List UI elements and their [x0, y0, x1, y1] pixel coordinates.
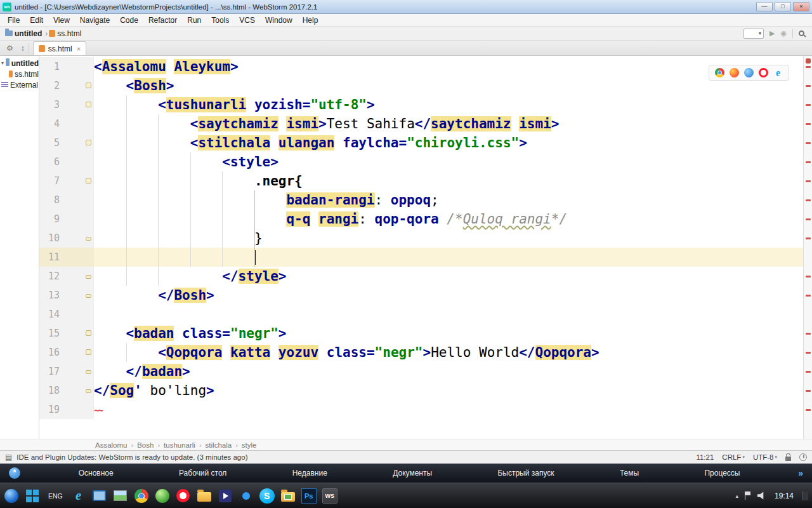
dock-expand-icon[interactable]: » — [798, 468, 803, 478]
dock-settings-icon[interactable]: * — [9, 467, 20, 479]
pictures-folder-icon[interactable] — [280, 486, 296, 505]
folder-icon[interactable] — [197, 486, 212, 505]
fold-marker-icon[interactable] — [86, 389, 91, 393]
code-line-14[interactable]: 14 — [39, 305, 803, 324]
stripe-mark[interactable] — [806, 295, 811, 297]
safari-icon[interactable] — [744, 68, 754, 77]
code-line-6[interactable]: 6 <style> — [39, 152, 803, 171]
stripe-mark[interactable] — [806, 66, 811, 68]
code-line-1[interactable]: 1<Assalomu Aleykum> — [39, 57, 803, 76]
fold-marker-icon[interactable] — [86, 370, 91, 374]
show-desktop-button[interactable] — [802, 491, 808, 500]
stripe-mark[interactable] — [806, 333, 811, 335]
code-line-9[interactable]: 9 q-q rangi: qop-qora /*Quloq rangi*/ — [39, 210, 803, 229]
code-line-15[interactable]: 15 <badan class="negr"> — [39, 324, 803, 343]
code-line-4[interactable]: 4 <saytchamiz ismi>Test Sahifa</saytcham… — [39, 114, 803, 133]
code-line-3[interactable]: 3 <tushunarli yozish="utf-8"> — [39, 95, 803, 114]
fold-marker-icon[interactable] — [86, 178, 91, 184]
window-app-icon[interactable] — [92, 486, 107, 505]
fold-column[interactable] — [60, 229, 94, 248]
stripe-mark[interactable] — [806, 104, 811, 106]
code-line-5[interactable]: 5 <stilchala ulangan faylcha="chiroyli.c… — [39, 133, 803, 152]
action-center-flag-icon[interactable] — [745, 491, 751, 500]
fold-marker-icon[interactable] — [86, 140, 91, 145]
dock-item-6[interactable]: Процессы — [704, 469, 740, 478]
fold-marker-icon[interactable] — [86, 294, 91, 298]
code-line-12[interactable]: 12 </style> — [39, 267, 803, 286]
media-player-icon[interactable] — [218, 486, 233, 505]
green-browser-icon[interactable] — [155, 486, 170, 505]
inspection-indicator[interactable] — [806, 58, 811, 64]
opera-icon[interactable] — [176, 486, 191, 505]
breadcrumb-stilchala[interactable]: stilchala — [206, 441, 232, 449]
minimize-button[interactable]: — — [756, 2, 773, 11]
stripe-mark[interactable] — [806, 142, 811, 144]
status-message[interactable]: IDE and Plugin Updates: WebStorm is read… — [16, 453, 247, 461]
caret-position[interactable]: 11:21 — [696, 453, 714, 461]
image-viewer-icon[interactable] — [113, 486, 128, 505]
menu-file[interactable]: File — [3, 14, 25, 27]
code-line-8[interactable]: 8 badan-rangi: oppoq; — [39, 190, 803, 210]
nav-crumb-file[interactable]: ss.html — [57, 29, 81, 38]
code-line-17[interactable]: 17 </badan> — [39, 362, 803, 381]
clock[interactable]: 19:14 — [775, 491, 794, 500]
stripe-mark[interactable] — [806, 371, 811, 373]
start-button[interactable] — [25, 486, 40, 505]
project-file-item[interactable]: ss.html — [0, 69, 39, 79]
fold-marker-icon[interactable] — [86, 275, 91, 279]
code-line-7[interactable]: 7 .negr{ — [39, 171, 803, 190]
dock-item-4[interactable]: Быстрый запуск — [497, 469, 554, 478]
stripe-mark[interactable] — [806, 180, 811, 182]
code-line-19[interactable]: 19~~ — [39, 400, 803, 419]
tab-ss-html[interactable]: ss.html × — [33, 41, 86, 55]
volume-icon[interactable] — [757, 492, 766, 500]
code-line-11[interactable]: 11 — [39, 248, 803, 267]
editor[interactable]: 1<Assalomu Aleykum>2 <Bosh>3 <tushunarli… — [39, 56, 803, 439]
stripe-mark[interactable] — [806, 276, 811, 277]
lock-icon[interactable] — [785, 457, 791, 461]
menu-window[interactable]: Window — [260, 14, 298, 27]
menu-run[interactable]: Run — [182, 14, 206, 27]
stripe-mark[interactable] — [806, 237, 811, 239]
fold-column[interactable] — [60, 76, 94, 95]
breadcrumb-bosh[interactable]: Bosh — [137, 441, 154, 449]
menu-edit[interactable]: Edit — [25, 14, 48, 27]
blue-dot-app-icon[interactable] — [239, 486, 254, 505]
title-bar[interactable]: WS untitled - [C:\Users\Webdizayner\Webs… — [0, 0, 812, 14]
line-separator-selector[interactable]: CRLF▾ — [722, 453, 745, 461]
code-line-16[interactable]: 16 <Qopqora katta yozuv class="negr">Hel… — [39, 343, 803, 362]
menu-help[interactable]: Help — [298, 14, 324, 27]
code-line-2[interactable]: 2 <Bosh> — [39, 76, 803, 95]
dock-item-2[interactable]: Недавние — [292, 469, 327, 478]
fold-column[interactable] — [60, 362, 94, 381]
fold-marker-icon[interactable] — [86, 83, 91, 88]
menu-navigate[interactable]: Navigate — [75, 14, 115, 27]
show-hidden-icons-icon[interactable]: ▴ — [735, 493, 738, 499]
webstorm-taskbar-icon[interactable]: WS — [322, 488, 337, 504]
nav-crumb-project[interactable]: untitled — [15, 29, 42, 38]
skype-icon[interactable]: S — [259, 488, 275, 504]
menu-tools[interactable]: Tools — [206, 14, 234, 27]
run-button[interactable]: ▶ — [769, 29, 775, 37]
project-external-libraries-item[interactable]: External Libraries — [0, 79, 39, 90]
breadcrumb-style[interactable]: style — [242, 441, 257, 449]
breadcrumb-assalomu[interactable]: Assalomu — [95, 441, 128, 449]
fold-column[interactable] — [60, 133, 94, 152]
run-config-dropdown[interactable]: ▾ — [743, 29, 764, 39]
search-icon[interactable] — [799, 30, 804, 36]
fold-column[interactable] — [60, 171, 94, 190]
fold-marker-icon[interactable] — [86, 330, 91, 336]
debug-button[interactable]: ◉ — [780, 29, 787, 37]
dock-item-5[interactable]: Темы — [620, 469, 639, 478]
dock-item-3[interactable]: Документы — [393, 469, 432, 478]
menu-vcs[interactable]: VCS — [234, 14, 260, 27]
ie-icon[interactable]: e — [773, 68, 783, 77]
project-root-item[interactable]: ▾ untitled — [0, 58, 39, 69]
stripe-mark[interactable] — [806, 199, 811, 201]
fold-marker-icon[interactable] — [86, 237, 91, 241]
gear-icon[interactable]: ⚙ — [3, 44, 17, 53]
dock-item-0[interactable]: Основное — [79, 469, 114, 478]
code-line-18[interactable]: 18</Sog' bo'ling> — [39, 381, 803, 400]
opera-icon[interactable] — [759, 68, 768, 77]
code-line-13[interactable]: 13 </Bosh> — [39, 286, 803, 305]
